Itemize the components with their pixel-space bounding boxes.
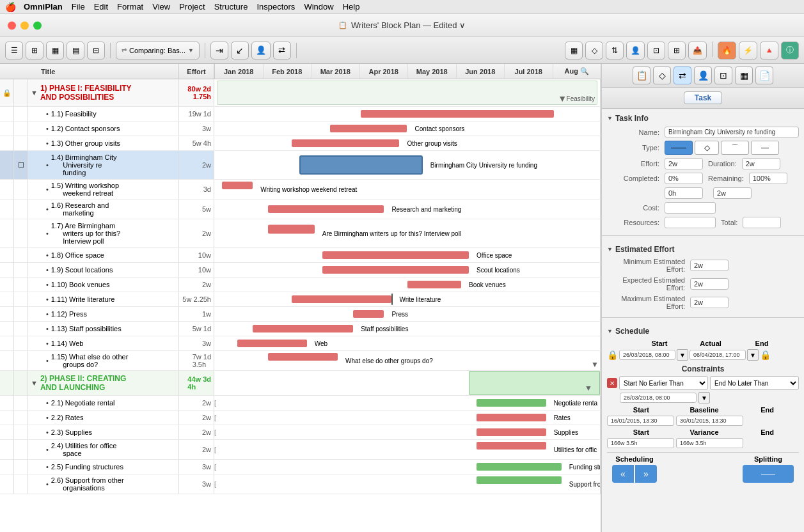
task-row-1-2[interactable]: •1.2) Contact sponsors 3w Contact sponso… [0, 121, 601, 136]
baseline-start-input[interactable] [607, 416, 674, 426]
constraint-start-select[interactable]: Start No Earlier Than [619, 376, 708, 390]
task-row-1-14[interactable]: •1.14) Web 3w Web [0, 336, 601, 351]
resource-btn[interactable]: 👤 [251, 42, 271, 59]
task-row-1-8[interactable]: •1.8) Office space 10w Office space [0, 248, 601, 263]
task-row-1-3[interactable]: •1.3) Other group visits 5w 4h Other gro… [0, 136, 601, 151]
task-row-2-4[interactable]: •2.4) Utilities for office space 2w [ Ut… [0, 440, 601, 460]
actual-date-input[interactable] [690, 350, 746, 360]
export-btn[interactable]: 📤 [688, 42, 707, 59]
task-row-1-13[interactable]: •1.13) Staff possibilities 5w 1d Staff p… [0, 322, 601, 336]
variance-end-input[interactable] [676, 438, 743, 448]
effort-input[interactable] [665, 158, 703, 169]
menu-format[interactable]: Format [117, 2, 143, 12]
actual-date-picker[interactable]: ▼ [747, 349, 759, 361]
view-calendar-btn[interactable]: ▤ [67, 42, 84, 59]
task-row-2-2[interactable]: •2.2) Rates 2w [ Rates [0, 411, 601, 425]
task-row-1-4[interactable]: ☐ •1.4) Birmingham City University re fu… [0, 151, 601, 180]
cost-input[interactable] [665, 202, 716, 214]
menu-view[interactable]: View [152, 2, 170, 12]
two-w-input[interactable] [713, 187, 752, 199]
sched-back-btn[interactable]: « [612, 465, 634, 483]
menu-project[interactable]: Project [179, 2, 205, 12]
min-effort-input[interactable] [690, 260, 729, 271]
resources-input[interactable] [665, 217, 716, 228]
type-normal-btn[interactable]: —— [665, 141, 693, 155]
baseline-end-input[interactable] [676, 416, 743, 426]
task-row-1-6[interactable]: •1.6) Research and marketing 5w Research… [0, 199, 601, 219]
menu-structure[interactable]: Structure [214, 2, 248, 12]
ins-resource-btn[interactable]: 👤 [694, 66, 712, 84]
close-button[interactable] [8, 21, 16, 29]
view-network-btn[interactable]: ▦ [46, 42, 64, 59]
schedule-header[interactable]: ▼ Schedule [607, 327, 799, 336]
total-input[interactable] [743, 217, 781, 228]
menu-edit[interactable]: Edit [94, 2, 108, 12]
view-gantt-btn[interactable]: ⊞ [26, 42, 43, 59]
task-row-1-7[interactable]: •1.7) Are Birmingham writers up for this… [0, 219, 601, 248]
duration-input[interactable] [742, 158, 780, 169]
view-workload-btn[interactable]: ⊟ [87, 42, 105, 59]
user-btn[interactable]: 👤 [626, 42, 645, 59]
leveling-btn[interactable]: ⚡ [739, 42, 757, 59]
start-date-input[interactable] [619, 350, 675, 360]
task-row-phase1[interactable]: 🔒 ▼ 1) PHASE I: FEASIBILITYAND POSSIBILI… [0, 79, 601, 107]
styles-btn[interactable]: ◇ [585, 42, 603, 59]
zero-h-input[interactable] [665, 187, 703, 199]
maximize-button[interactable] [33, 21, 42, 29]
ins-layout-btn[interactable]: ⊡ [714, 66, 732, 84]
task-info-header[interactable]: ▼ Task Info [607, 114, 799, 123]
ins-diamond-btn[interactable]: ◇ [653, 66, 671, 84]
constraint-x-btn[interactable]: ✕ [607, 378, 617, 388]
split-view-btn[interactable]: ⊡ [647, 42, 665, 59]
estimated-effort-header[interactable]: ▼ Estimated Effort [607, 245, 799, 254]
sched-forward-btn[interactable]: » [635, 465, 657, 483]
view-rows-btn[interactable]: ☰ [5, 42, 23, 59]
task-row-2-5[interactable]: •2.5) Funding structures 3w [ Funding st… [0, 460, 601, 474]
task-row-1-15[interactable]: •1.15) What else do other groups do? 7w … [0, 351, 601, 371]
menu-help[interactable]: Help [343, 2, 360, 12]
ins-connect-btn[interactable]: ⇄ [674, 66, 691, 84]
task-row-1-9[interactable]: •1.9) Scout locations 10w Scout location… [0, 263, 601, 278]
menu-file[interactable]: File [72, 2, 85, 12]
indent-btn[interactable]: ⇥ [210, 42, 228, 59]
update-btn[interactable]: 🔺 [760, 42, 778, 59]
task-tab[interactable]: Task [684, 91, 722, 104]
max-effort-input[interactable] [690, 297, 729, 308]
task-row-2-3[interactable]: •2.3) Supplies 2w [ Supplies [0, 425, 601, 440]
constraint-end-select[interactable]: End No Later Than [710, 376, 799, 390]
split-action-btn[interactable]: —— [743, 465, 794, 483]
menu-omniplan[interactable]: OmniPlan [24, 2, 63, 12]
constraint-date-picker[interactable]: ▼ [698, 392, 710, 403]
task-row-2-6[interactable]: •2.6) Support from other organisations 3… [0, 474, 601, 494]
type-group-btn[interactable]: — [751, 141, 779, 155]
critical-btn[interactable]: 🔥 [718, 42, 736, 59]
menu-inspectors[interactable]: Inspectors [256, 2, 295, 12]
variance-start-input[interactable] [607, 438, 674, 448]
collapse-phase2[interactable]: ▼ [31, 379, 38, 387]
comparing-selector[interactable]: ⇄ Comparing: Bas... ▼ [116, 42, 200, 59]
constraint-date-input[interactable] [620, 393, 697, 403]
completed-input[interactable] [665, 173, 703, 184]
split-h-btn[interactable]: ⊞ [668, 42, 686, 59]
type-hammock-btn[interactable]: ⌒ [721, 141, 749, 155]
link-btn[interactable]: ⇄ [273, 42, 291, 59]
start-date-picker[interactable]: ▼ [677, 349, 688, 361]
task-row-phase2[interactable]: ▼ 2) PHASE II: CREATINGAND LAUNCHING 44w… [0, 371, 601, 396]
ins-project-btn[interactable]: 📋 [633, 66, 650, 84]
type-milestone-btn[interactable]: ◇ [695, 141, 719, 155]
table-view-btn[interactable]: ▦ [565, 42, 583, 59]
remaining-input[interactable] [749, 173, 787, 184]
ins-table-btn[interactable]: ▦ [735, 66, 753, 84]
name-input[interactable] [665, 127, 799, 137]
task-row-1-11[interactable]: •1.11) Write literature 5w 2.25h Write l… [0, 292, 601, 307]
lock-end-icon[interactable]: 🔒 [760, 350, 771, 360]
lock-start-icon[interactable]: 🔒 [607, 350, 618, 360]
apple-menu[interactable]: 🍎 [5, 2, 16, 12]
minimize-button[interactable] [20, 21, 29, 29]
outdent-btn[interactable]: ↙ [231, 42, 249, 59]
info-btn[interactable]: ⓘ [781, 42, 799, 59]
menu-window[interactable]: Window [304, 2, 333, 12]
assign-btn[interactable]: ⇅ [606, 42, 624, 59]
expected-effort-input[interactable] [690, 278, 729, 290]
task-row-1-5[interactable]: •1.5) Writing workshop weekend retreat 3… [0, 180, 601, 199]
